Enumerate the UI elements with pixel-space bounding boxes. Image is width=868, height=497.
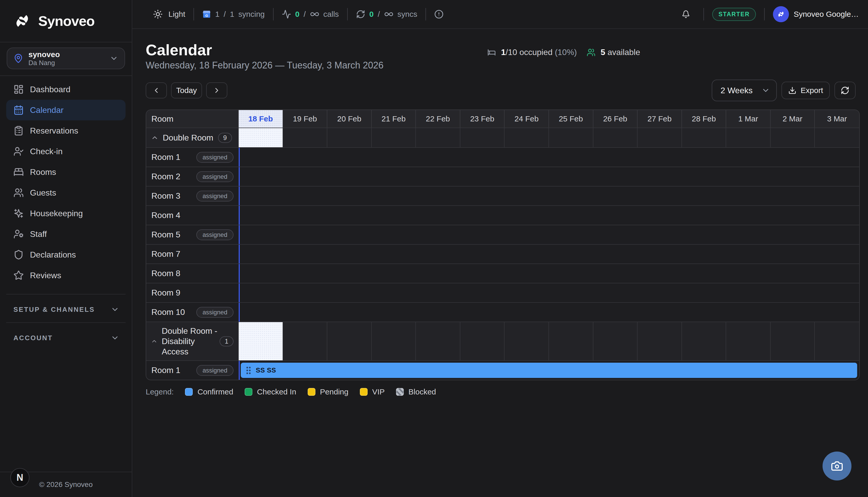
group-day-cell[interactable] (593, 322, 638, 360)
legend: Legend:ConfirmedChecked InPendingVIPBloc… (146, 387, 860, 396)
sidebar-item-reviews[interactable]: Reviews (6, 265, 126, 286)
theme-toggle[interactable]: Light (153, 9, 185, 19)
room-days-area[interactable] (239, 303, 859, 322)
sidebar-section-setup-channels[interactable]: SETUP & CHANNELS (0, 299, 132, 320)
sidebar-item-label: Check-in (30, 147, 62, 156)
group-day-cell[interactable] (549, 322, 593, 360)
group-day-cell[interactable] (239, 322, 283, 360)
day-header-21-feb: 21 Feb (372, 110, 416, 128)
meter-text: syncs (398, 10, 417, 18)
room-label: Room 1assigned (146, 361, 239, 380)
group-day-cell[interactable] (416, 322, 460, 360)
sidebar-item-dashboard[interactable]: Dashboard (6, 79, 126, 100)
group-day-cell[interactable] (504, 128, 549, 147)
users-icon (13, 187, 24, 198)
room-name: Room 7 (152, 249, 180, 259)
sidebar-item-housekeeping[interactable]: Housekeeping (6, 203, 126, 224)
day-header-25-feb: 25 Feb (549, 110, 593, 128)
reservation-bar[interactable]: SS SS (241, 363, 857, 378)
group-day-cell[interactable] (327, 128, 372, 147)
brand-logo-icon (12, 11, 32, 31)
group-day-cell[interactable] (682, 128, 726, 147)
account-menu[interactable]: Synoveo Google… (773, 6, 859, 22)
sidebar-item-rooms[interactable]: Rooms (6, 162, 126, 182)
group-day-cell[interactable] (372, 128, 416, 147)
refresh-button[interactable] (835, 82, 856, 99)
export-button[interactable]: Export (781, 82, 830, 99)
sidebar-item-staff[interactable]: Staff (6, 224, 126, 244)
sidebar-item-declarations[interactable]: Declarations (6, 244, 126, 265)
property-selector[interactable]: synoveo Da Nang (7, 47, 125, 69)
group-day-cell[interactable] (327, 322, 372, 360)
screenshot-fab[interactable] (823, 452, 852, 481)
legend-item-pending: Pending (308, 387, 348, 396)
export-label: Export (800, 86, 823, 95)
group-day-cell[interactable] (726, 322, 771, 360)
group-day-cell[interactable] (593, 128, 638, 147)
app-root: Synoveo synoveo Da Nang DashboardCalenda… (0, 0, 868, 497)
group-day-cell[interactable] (815, 128, 859, 147)
sidebar-item-label: Calendar (30, 105, 63, 115)
legend-swatch (185, 388, 193, 396)
next-button[interactable] (206, 82, 227, 98)
theme-label: Light (168, 10, 185, 18)
legend-item-label: Blocked (409, 387, 436, 396)
room-days-area[interactable] (239, 245, 859, 264)
room-row: Room 4 (146, 205, 859, 225)
room-days-area[interactable]: SS SS (239, 361, 859, 380)
dashboard-icon (13, 84, 24, 95)
legend-swatch (360, 388, 368, 396)
room-days-area[interactable] (239, 283, 859, 302)
room-name: Room 5 (152, 230, 180, 240)
group-day-cell[interactable] (771, 322, 815, 360)
today-button[interactable]: Today (171, 82, 202, 98)
sidebar-section-account[interactable]: ACCOUNT (0, 327, 132, 349)
group-day-cell[interactable] (460, 128, 505, 147)
plan-badge-button[interactable]: STARTER (712, 8, 756, 21)
sidebar-item-check-in[interactable]: Check-in (6, 141, 126, 162)
chevron-up-icon (151, 134, 159, 142)
user-check-icon (13, 146, 24, 157)
room-days-area[interactable] (239, 186, 859, 205)
info-icon[interactable] (434, 10, 444, 19)
group-day-cell[interactable] (549, 128, 593, 147)
prev-button[interactable] (146, 82, 167, 98)
group-day-cell[interactable] (239, 128, 283, 147)
room-label: Room 1assigned (146, 148, 239, 167)
room-days-area[interactable] (239, 264, 859, 283)
legend-item-label: VIP (372, 387, 385, 396)
group-day-cell[interactable] (504, 322, 549, 360)
legend-swatch (308, 388, 315, 396)
nextjs-dev-badge[interactable]: N (10, 468, 29, 487)
room-days-area[interactable] (239, 206, 859, 225)
room-days-area[interactable] (239, 225, 859, 244)
group-day-cell[interactable] (372, 322, 416, 360)
sidebar-item-calendar[interactable]: Calendar (6, 100, 126, 120)
activity-icon (282, 10, 291, 19)
notifications-button[interactable] (682, 10, 690, 18)
group-day-cell[interactable] (416, 128, 460, 147)
occupied-percent: (10%) (555, 47, 577, 57)
group-day-cell[interactable] (283, 128, 328, 147)
room-days-area[interactable] (239, 148, 859, 167)
sidebar-item-reservations[interactable]: Reservations (6, 120, 126, 141)
group-toggle[interactable]: Double Room - Disability Access1 (146, 322, 239, 360)
range-select[interactable]: 2 Weeks (712, 80, 777, 101)
topbar-divider (347, 8, 348, 20)
group-day-cell[interactable] (771, 128, 815, 147)
group-day-cell[interactable] (638, 322, 682, 360)
group-day-cell[interactable] (460, 322, 505, 360)
legend-item-label: Checked In (257, 387, 296, 396)
sidebar-item-guests[interactable]: Guests (6, 182, 126, 203)
group-day-cell[interactable] (283, 322, 328, 360)
room-days-area[interactable] (239, 167, 859, 186)
group-day-cell[interactable] (682, 322, 726, 360)
group-toggle[interactable]: Double Room9 (146, 128, 239, 147)
group-day-cell[interactable] (638, 128, 682, 147)
group-day-cell[interactable] (815, 322, 859, 360)
legend-item-vip: VIP (360, 387, 385, 396)
room-label: Room 2assigned (146, 167, 239, 186)
occupied-total: /10 occupied (506, 47, 552, 57)
room-name: Room 3 (152, 191, 180, 201)
group-day-cell[interactable] (726, 128, 771, 147)
